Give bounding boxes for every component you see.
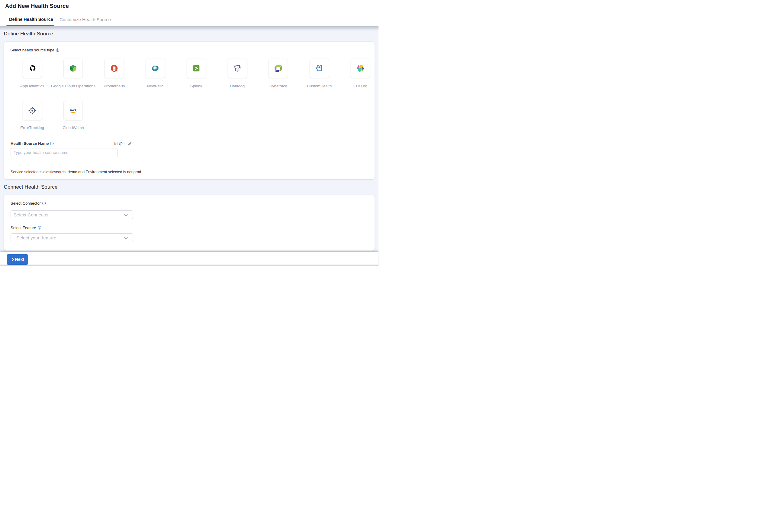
svg-text:aws: aws: [70, 108, 76, 111]
